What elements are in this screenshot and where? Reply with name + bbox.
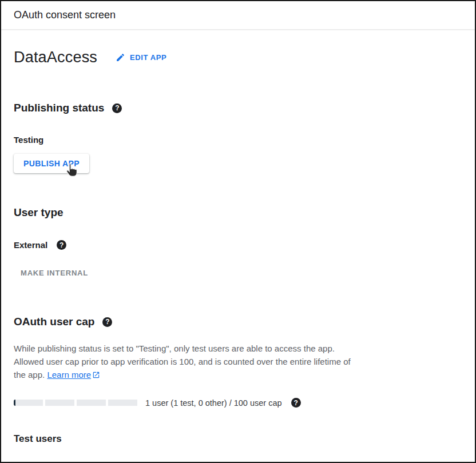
progress-segment [77,400,106,406]
edit-app-label: EDIT APP [130,53,166,62]
external-link-icon [91,370,100,380]
oauth-consent-page: OAuth consent screen DataAccess EDIT APP… [0,0,476,463]
user-cap-usage-text: 1 user (1 test, 0 other) / 100 user cap [145,398,282,408]
app-title-row: DataAccess EDIT APP [14,49,462,66]
help-icon[interactable]: ? [291,398,301,408]
publish-app-button[interactable]: PUBLISH APP [14,154,89,173]
user-type-heading: User type [14,206,462,219]
oauth-user-cap-description: While publishing status is set to "Testi… [14,342,364,381]
app-name: DataAccess [14,49,97,66]
help-icon[interactable]: ? [112,103,122,113]
help-icon[interactable]: ? [57,240,66,250]
publishing-status-value: Testing [14,135,462,145]
help-icon[interactable]: ? [102,317,112,327]
user-type-value: External ? [14,240,462,250]
publishing-status-title: Publishing status [14,102,104,114]
user-type-label: External [14,240,47,250]
make-internal-button[interactable]: MAKE INTERNAL [13,264,96,282]
test-users-heading: Test users [14,433,462,445]
progress-segment [108,400,137,406]
user-cap-usage-row: 1 user (1 test, 0 other) / 100 user cap … [14,398,462,408]
user-cap-progress-bar [14,400,137,406]
edit-app-button[interactable]: EDIT APP [113,49,169,66]
page-header: OAuth consent screen [1,1,475,30]
page-title: OAuth consent screen [14,9,116,21]
oauth-user-cap-heading: OAuth user cap ? [14,316,462,328]
pencil-icon [116,53,125,62]
learn-more-link[interactable]: Learn more [47,370,91,380]
learn-more-label: Learn more [47,370,91,380]
progress-segment [14,400,43,406]
progress-segment [45,400,74,406]
publishing-status-heading: Publishing status ? [14,102,462,114]
oauth-user-cap-title: OAuth user cap [14,316,94,328]
user-cap-progress-fill [14,400,15,406]
